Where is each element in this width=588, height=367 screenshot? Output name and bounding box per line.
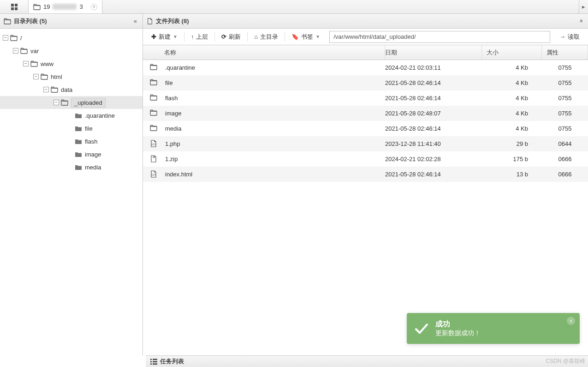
folder-icon (75, 151, 82, 157)
file-name: flash (164, 95, 385, 102)
folder-icon (149, 125, 158, 132)
tree-node-media[interactable]: media (0, 161, 143, 174)
file-size: 175 b (482, 156, 542, 162)
refresh-button[interactable]: ⟳刷新 (216, 30, 246, 43)
expand-toggle[interactable]: − (33, 74, 39, 79)
toast-title: 成功 (435, 319, 481, 329)
file-attr: 0666 (542, 171, 588, 178)
file-size: 4 Kb (482, 64, 542, 71)
tree-node-quarantine[interactable]: .quarantine (0, 109, 143, 122)
toast-close-button[interactable]: × (567, 317, 575, 325)
code-icon (149, 140, 158, 147)
tree-node-image[interactable]: image (0, 148, 143, 161)
folder-icon (75, 164, 82, 170)
file-attr: 0755 (542, 125, 588, 132)
directory-panel-title: 目录列表 (5) (14, 17, 47, 25)
tab-label-prefix: 19 (43, 3, 50, 10)
file-toolbar: ✚新建▼ ↑上层 ⟳刷新 ⌂主目录 🔖书签▼ →读取 (143, 29, 588, 45)
check-icon (414, 321, 429, 336)
tree-node-www[interactable]: −www (0, 57, 143, 70)
task-panel-header[interactable]: 任务列表 (146, 355, 588, 367)
task-panel-title: 任务列表 (160, 357, 184, 366)
new-button[interactable]: ✚新建▼ (146, 30, 183, 43)
file-row[interactable]: file2021-05-28 02:46:144 Kb0755 (143, 75, 588, 90)
file-name: index.html (164, 171, 385, 178)
file-row[interactable]: flash2021-05-28 02:46:144 Kb0755 (143, 90, 588, 106)
column-attr[interactable]: 属性 (542, 45, 588, 60)
file-panel: 文件列表 (8) » ✚新建▼ ↑上层 ⟳刷新 ⌂主目录 🔖书签▼ →读取 名称… (143, 14, 588, 355)
file-icon (147, 18, 153, 25)
directory-panel-header: 目录列表 (5) « (0, 14, 143, 29)
apps-grid-button[interactable] (0, 0, 29, 13)
expand-toggle[interactable]: − (43, 87, 49, 92)
file-panel-header: 文件列表 (8) » (143, 14, 588, 29)
tree-node-root[interactable]: −/ (0, 31, 143, 44)
tree-node-flash[interactable]: flash (0, 135, 143, 148)
home-button[interactable]: ⌂主目录 (249, 30, 284, 43)
file-list: .quarantine2024-02-21 02:03:114 Kb0755fi… (143, 60, 588, 355)
file-attr: 0755 (542, 95, 588, 102)
expand-toggle[interactable]: − (53, 100, 59, 105)
file-attr: 0755 (542, 110, 588, 117)
file-size: 29 b (482, 140, 542, 147)
column-size[interactable]: 大小 (482, 45, 542, 60)
file-name: image (164, 110, 385, 117)
tree-node-html[interactable]: −html (0, 70, 143, 83)
file-row[interactable]: .quarantine2024-02-21 02:03:114 Kb0755 (143, 60, 588, 75)
bookmark-icon: 🔖 (291, 33, 299, 40)
folder-icon (149, 109, 158, 117)
folder-icon (4, 18, 11, 24)
file-date: 2024-02-21 02:02:28 (385, 156, 482, 162)
tree-node-file[interactable]: file (0, 122, 143, 135)
file-name: file (164, 79, 385, 86)
read-button[interactable]: →读取 (554, 30, 585, 43)
zip-icon (149, 155, 158, 162)
path-input[interactable] (329, 31, 550, 43)
file-size: 13 b (482, 171, 542, 178)
tree-node-var[interactable]: −var (0, 44, 143, 57)
file-row[interactable]: index.html2021-05-28 02:46:1413 b0666 (143, 167, 588, 182)
folder-icon (33, 4, 41, 10)
folder-icon (51, 86, 58, 93)
column-date[interactable]: 日期 (385, 45, 482, 60)
file-row[interactable]: image2021-05-28 02:48:074 Kb0755 (143, 106, 588, 121)
folder-icon (149, 64, 158, 71)
chevron-down-icon: ▼ (315, 34, 320, 39)
file-date: 2023-12-28 11:41:40 (385, 140, 482, 147)
file-date: 2021-05-28 02:46:14 (385, 95, 482, 102)
folder-icon (149, 79, 158, 86)
file-size: 4 Kb (482, 79, 542, 86)
file-row[interactable]: 1.zip2024-02-21 02:02:28175 b0666 (143, 151, 588, 167)
tab-close-button[interactable]: × (91, 4, 97, 10)
column-name[interactable]: 名称 (143, 45, 385, 60)
expand-toggle[interactable]: − (13, 48, 18, 54)
tree-node-uploaded[interactable]: −_uploaded (0, 96, 143, 109)
file-row[interactable]: media2021-05-28 02:46:144 Kb0755 (143, 121, 588, 136)
up-button[interactable]: ↑上层 (185, 30, 214, 43)
tab-scroll-right[interactable]: ▸ (579, 0, 588, 13)
top-tab-bar: 19 3 × ▸ (0, 0, 588, 14)
folder-icon (149, 94, 158, 102)
file-size: 4 Kb (482, 110, 542, 117)
collapse-up-button[interactable]: » (577, 18, 584, 24)
file-row[interactable]: 1.php2023-12-28 11:41:4029 b0644 (143, 136, 588, 151)
file-panel-title: 文件列表 (8) (156, 17, 189, 25)
folder-icon (61, 99, 68, 106)
collapse-left-button[interactable]: « (132, 18, 139, 24)
chevron-down-icon: ▼ (173, 34, 178, 39)
home-icon: ⌂ (254, 33, 258, 40)
folder-icon (10, 35, 18, 41)
file-name: .quarantine (164, 64, 385, 71)
list-icon (150, 358, 157, 365)
tab-server[interactable]: 19 3 × (29, 0, 102, 13)
file-table-header: 名称 日期 大小 属性 (143, 45, 588, 60)
file-name: media (164, 125, 385, 132)
expand-toggle[interactable]: − (3, 35, 8, 41)
file-attr: 0644 (542, 140, 588, 147)
directory-tree: −/ −var −www −html −data −_uploaded .qua… (0, 29, 143, 355)
tree-node-data[interactable]: −data (0, 83, 143, 96)
bookmark-button[interactable]: 🔖书签▼ (286, 30, 326, 43)
expand-toggle[interactable]: − (23, 61, 29, 66)
file-date: 2024-02-21 02:03:11 (385, 64, 482, 71)
file-date: 2021-05-28 02:46:14 (385, 171, 482, 178)
